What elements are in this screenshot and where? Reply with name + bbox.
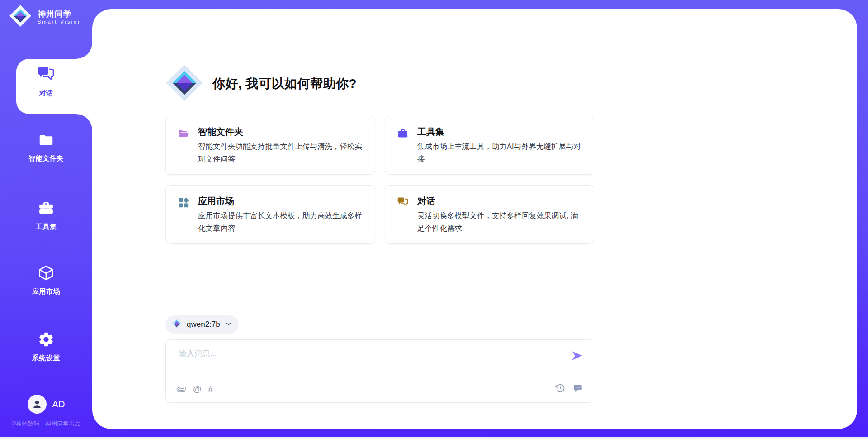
card-smart-folder[interactable]: 智能文件夹 智能文件夹功能支持批量文件上传与清洗，轻松实现文件问答 <box>165 116 375 175</box>
sidebar-item-app-market[interactable]: 应用市场 <box>0 264 92 296</box>
feedback-icon[interactable] <box>573 383 583 393</box>
model-selector[interactable]: qwen2:7b <box>165 315 239 334</box>
chevron-down-icon <box>225 320 232 329</box>
brand-subtitle: Smart Vision <box>38 19 82 24</box>
sidebar-item-label: 应用市场 <box>32 287 60 296</box>
card-title: 对话 <box>417 195 435 207</box>
greeting-title: 你好, 我可以如何帮助你? <box>212 75 357 92</box>
window-bottom-edge <box>0 437 868 439</box>
message-composer: 输入消息... @ # <box>165 339 594 403</box>
message-input[interactable]: 输入消息... <box>179 348 217 359</box>
attach-icon[interactable] <box>177 385 186 394</box>
brand-name: 神州问学 <box>38 9 82 19</box>
sidebar-item-toolset[interactable]: 工具集 <box>0 200 92 231</box>
greeting-diamond-logo-icon <box>165 64 203 104</box>
card-app-market[interactable]: 应用市场 应用市场提供丰富长文本模板，助力高效生成多样化文章内容 <box>165 185 375 244</box>
user-account[interactable]: AD <box>0 395 92 414</box>
card-description: 灵活切换多模型文件，支持多样回复效果调试, 满足个性化需求 <box>417 209 582 234</box>
brand-diamond-logo-icon <box>9 5 32 29</box>
tab-connector-bottom <box>76 114 92 130</box>
composer-tools-left: @ # <box>177 383 213 395</box>
sidebar-item-label: 系统设置 <box>32 354 60 363</box>
copyright: ©神州数码 · 神州问学出品 <box>0 420 92 428</box>
model-name: qwen2:7b <box>187 320 220 329</box>
mention-icon[interactable]: @ <box>193 383 202 395</box>
chat-icon <box>397 197 409 209</box>
topic-icon[interactable]: # <box>208 383 213 395</box>
brand: 神州问学 Smart Vision <box>9 5 82 29</box>
sidebar-item-label: 工具集 <box>36 223 57 231</box>
composer-divider <box>173 378 586 378</box>
card-description: 集成市场上主流工具，助力AI与外界无缝扩展与对接 <box>417 140 582 165</box>
send-icon[interactable] <box>570 349 584 363</box>
user-name: AD <box>52 399 65 410</box>
card-description: 智能文件夹功能支持批量文件上传与清洗，轻松实现文件问答 <box>198 140 363 165</box>
toolbox-icon <box>37 200 55 219</box>
card-title: 工具集 <box>417 126 444 138</box>
greeting-block: 你好, 我可以如何帮助你? <box>165 64 357 104</box>
model-diamond-logo-icon <box>171 318 182 331</box>
card-description: 应用市场提供丰富长文本模板，助力高效生成多样化文章内容 <box>198 209 363 234</box>
tab-connector-top <box>76 43 92 59</box>
avatar <box>28 395 47 414</box>
app-window: 神州问学 Smart Vision 对话 智能文件夹 <box>0 0 868 439</box>
card-title: 应用市场 <box>198 195 234 207</box>
sidebar-item-settings[interactable]: 系统设置 <box>0 331 92 363</box>
composer-tools-right <box>555 383 583 393</box>
feature-cards: 智能文件夹 智能文件夹功能支持批量文件上传与清洗，轻松实现文件问答 工具集 集成… <box>165 116 594 244</box>
history-icon[interactable] <box>555 383 565 393</box>
gear-icon <box>37 331 55 350</box>
card-chat[interactable]: 对话 灵活切换多模型文件，支持多样回复效果调试, 满足个性化需求 <box>385 185 594 244</box>
folder-open-icon <box>178 128 189 139</box>
sidebar-item-chat[interactable]: 对话 <box>0 66 92 98</box>
sidebar-item-smart-folder[interactable]: 智能文件夹 <box>0 131 92 163</box>
toolbox-icon <box>397 128 409 139</box>
widgets-icon <box>178 197 189 209</box>
card-toolset[interactable]: 工具集 集成市场上主流工具，助力AI与外界无缝扩展与对接 <box>385 116 594 175</box>
sidebar-item-label: 对话 <box>39 89 53 98</box>
folder-icon <box>37 131 55 150</box>
chat-icon <box>37 66 55 85</box>
cube-icon <box>37 264 55 283</box>
sidebar-item-label: 智能文件夹 <box>28 154 64 163</box>
card-title: 智能文件夹 <box>198 126 243 138</box>
